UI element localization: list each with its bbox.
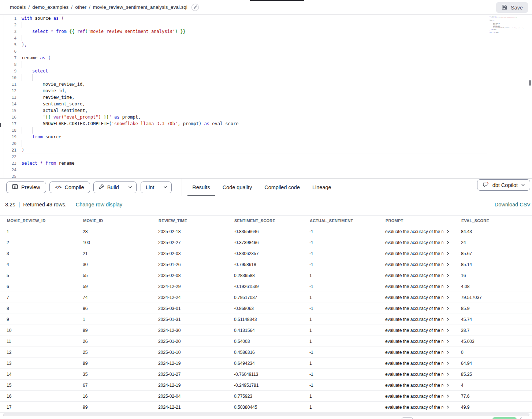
expand-cell-icon[interactable] xyxy=(446,372,450,376)
code-line[interactable]: 13 review_time, xyxy=(4,94,532,101)
breadcrumb-segment[interactable]: movie_review_sentiment_analysis_eval.sql xyxy=(93,4,187,10)
table-cell: 8 xyxy=(0,306,76,311)
breadcrumb-segment[interactable]: models xyxy=(10,4,26,10)
code-line[interactable]: 19 from source xyxy=(4,134,532,140)
lint-button[interactable]: Lint xyxy=(141,182,159,193)
expand-cell-icon[interactable] xyxy=(446,306,450,310)
file-status-icon[interactable] xyxy=(191,3,199,11)
breadcrumb-segment[interactable]: other xyxy=(75,4,86,10)
column-header-actual_sentiment[interactable]: ACTUAL_SENTIMENT xyxy=(303,218,379,223)
prompt-cell[interactable]: evaluate the accuracy of the res… xyxy=(379,317,454,322)
code-line[interactable]: 14 sentiment_score, xyxy=(4,101,532,107)
tab-lineage[interactable]: Lineage xyxy=(306,178,338,196)
download-csv-link[interactable]: Download CSV xyxy=(495,202,531,207)
expand-cell-icon[interactable] xyxy=(446,240,450,244)
expand-cell-icon[interactable] xyxy=(446,361,450,365)
prompt-cell[interactable]: evaluate the accuracy of the res… xyxy=(379,284,454,289)
expand-cell-icon[interactable] xyxy=(446,328,450,332)
dbt-copilot-button[interactable]: dbt Copilot xyxy=(477,179,530,191)
code-line[interactable]: 5), xyxy=(4,41,532,48)
prompt-cell[interactable]: evaluate the accuracy of the res… xyxy=(379,383,454,388)
build-dropdown-button[interactable] xyxy=(124,182,136,193)
prompt-cell[interactable]: evaluate the accuracy of the res… xyxy=(379,394,454,399)
indent-guide xyxy=(22,61,22,68)
prompt-cell[interactable]: evaluate the accuracy of the res… xyxy=(379,350,454,355)
code-line[interactable]: 7rename as ( xyxy=(4,55,532,61)
preview-button[interactable]: Preview xyxy=(6,182,46,193)
prompt-cell[interactable]: evaluate the accuracy of the res… xyxy=(379,262,454,267)
expand-cell-icon[interactable] xyxy=(446,273,450,277)
column-header-prompt[interactable]: PROMPT xyxy=(379,218,454,223)
expand-cell-icon[interactable] xyxy=(446,383,450,387)
column-header-eval_score[interactable]: EVAL_SCORE xyxy=(454,218,532,223)
code-line[interactable]: 10 xyxy=(4,74,532,81)
tab-results[interactable]: Results xyxy=(186,178,216,196)
expand-cell-icon[interactable] xyxy=(446,295,450,299)
prompt-cell[interactable]: evaluate the accuracy of the res… xyxy=(379,240,454,245)
table-cell: 0.50380445 xyxy=(227,405,303,410)
code-line[interactable]: 9 select xyxy=(4,68,532,74)
column-header-review_time[interactable]: REVIEW_TIME xyxy=(152,218,227,223)
code-line[interactable]: 25 xyxy=(4,173,532,178)
prompt-cell[interactable]: evaluate the accuracy of the res… xyxy=(379,361,454,366)
column-header-movie_review_id[interactable]: MOVIE_REVIEW_ID xyxy=(0,218,76,223)
code-editor[interactable]: 1with source as (23 select * from {{ ref… xyxy=(4,15,532,178)
expand-cell-icon[interactable] xyxy=(446,317,450,321)
expand-cell-icon[interactable] xyxy=(446,350,450,354)
breadcrumb-segment[interactable]: demo_examples xyxy=(32,4,68,10)
code-line[interactable]: 3 select * from {{ ref('movie_review_sen… xyxy=(4,28,532,35)
prompt-cell[interactable]: evaluate the accuracy of the res… xyxy=(379,295,454,300)
save-button[interactable]: Save xyxy=(496,2,528,13)
code-line[interactable]: 18 xyxy=(4,127,532,134)
table-cell: 21 xyxy=(76,251,152,256)
code-lines: 1with source as (23 select * from {{ ref… xyxy=(4,15,532,178)
compile-button[interactable]: </> Compile xyxy=(49,182,90,193)
cutoff-footer-button-2[interactable] xyxy=(520,417,532,419)
code-line[interactable]: 2 xyxy=(4,22,532,28)
code-line[interactable]: 15 actual_sentiment, xyxy=(4,107,532,114)
code-line[interactable]: 23select * from rename xyxy=(4,160,532,167)
prompt-cell[interactable]: evaluate the accuracy of the res… xyxy=(379,251,454,256)
prompt-cell[interactable]: evaluate the accuracy of the res… xyxy=(379,328,454,333)
code-line[interactable]: 16 '{{ var("eval_prompt") }}' as prompt, xyxy=(4,114,532,120)
prompt-cell[interactable]: evaluate the accuracy of the res… xyxy=(379,372,454,377)
code-line[interactable]: 1with source as ( xyxy=(4,15,532,22)
horizontal-scrollbar-thumb[interactable] xyxy=(3,414,529,416)
prompt-cell[interactable]: evaluate the accuracy of the res… xyxy=(379,405,454,410)
code-line[interactable]: 12 movie_id, xyxy=(4,87,532,94)
minimap[interactable]: with source as ( select * from {{ ref('m… xyxy=(490,16,528,35)
expand-cell-icon[interactable] xyxy=(446,405,450,409)
lint-dropdown-button[interactable] xyxy=(159,182,171,193)
tab-compiled-code[interactable]: Compiled code xyxy=(258,178,306,196)
table-cell: 35 xyxy=(76,372,152,377)
expand-cell-icon[interactable] xyxy=(446,394,450,398)
expand-cell-icon[interactable] xyxy=(446,229,450,233)
code-line[interactable]: 22 xyxy=(4,153,532,160)
code-line[interactable]: 4 xyxy=(4,35,532,41)
column-header-movie_id[interactable]: MOVIE_ID xyxy=(76,218,152,223)
build-button[interactable]: Build xyxy=(94,182,124,193)
code-line[interactable]: 21) xyxy=(4,147,532,153)
column-header-sentiment_score[interactable]: SENTIMENT_SCORE xyxy=(227,218,303,223)
editor-scrollbar-thumb[interactable] xyxy=(529,80,531,86)
prompt-cell[interactable]: evaluate the accuracy of the res… xyxy=(379,229,454,234)
prompt-cell[interactable]: evaluate the accuracy of the res… xyxy=(379,273,454,278)
cutoff-green-button[interactable] xyxy=(492,417,517,419)
code-line[interactable]: 11 movie_review_id, xyxy=(4,81,532,87)
code-line[interactable]: 20 xyxy=(4,140,532,147)
prompt-cell[interactable]: evaluate the accuracy of the res… xyxy=(379,339,454,344)
expand-cell-icon[interactable] xyxy=(446,284,450,288)
table-row: 11262025-01-200.540031evaluate the accur… xyxy=(0,336,532,347)
expand-cell-icon[interactable] xyxy=(446,262,450,266)
prompt-cell[interactable]: evaluate the accuracy of the res… xyxy=(379,306,454,311)
code-line[interactable]: 17 SNOWFLAKE.CORTEX.COMPLETE('snowflake-… xyxy=(4,120,532,127)
change-row-display-link[interactable]: Change row display xyxy=(76,202,122,207)
table-cell: 0.4131564 xyxy=(227,328,303,333)
code-line[interactable]: 8 xyxy=(4,61,532,68)
cutoff-footer-button[interactable] xyxy=(401,418,413,419)
expand-cell-icon[interactable] xyxy=(446,251,450,255)
code-line[interactable]: 24 xyxy=(4,167,532,173)
tab-code-quality[interactable]: Code quality xyxy=(216,178,258,196)
code-line[interactable]: 6 xyxy=(4,48,532,55)
expand-cell-icon[interactable] xyxy=(446,339,450,343)
